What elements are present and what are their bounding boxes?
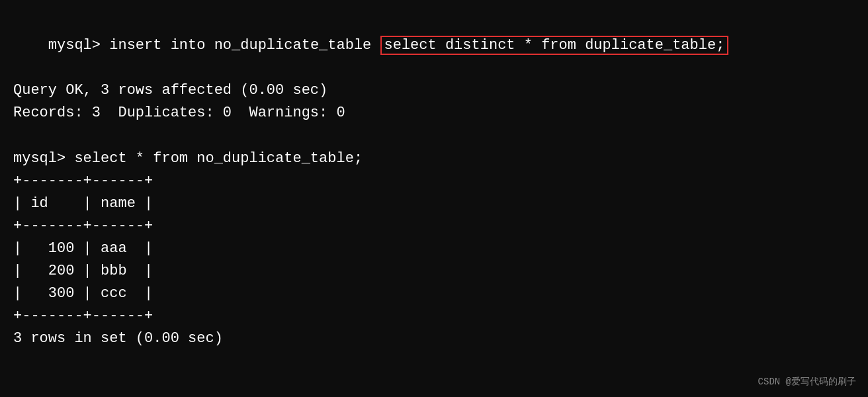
table-header-row: | id | name | <box>13 193 855 215</box>
final-prompt-line: mysql> <box>13 373 855 398</box>
table-row-2: | 200 | bbb | <box>13 260 855 283</box>
blank-line-2 <box>13 350 855 373</box>
table-row-1: | 100 | aaa | <box>13 238 855 260</box>
select-command-line: mysql> select * from no_duplicate_table; <box>13 148 855 170</box>
rows-in-set-line: 3 rows in set (0.00 sec) <box>13 328 855 350</box>
table-border-mid: +-------+------+ <box>13 215 855 238</box>
command-line-1: mysql> insert into no_duplicate_table se… <box>13 12 855 79</box>
records-line: Records: 3 Duplicates: 0 Warnings: 0 <box>13 102 855 124</box>
cmd1-highlighted: select distinct * from duplicate_table; <box>380 36 729 55</box>
query-ok-line: Query OK, 3 rows affected (0.00 sec) <box>13 79 855 102</box>
watermark: CSDN @爱写代码的刷子 <box>758 376 856 388</box>
table-row-3: | 300 | ccc | <box>13 283 855 305</box>
terminal-window: mysql> insert into no_duplicate_table se… <box>0 0 868 397</box>
table-border-top: +-------+------+ <box>13 170 855 193</box>
blank-line-1 <box>13 124 855 147</box>
cmd1-prefix: mysql> insert into no_duplicate_table <box>48 37 380 54</box>
table-border-bottom: +-------+------+ <box>13 305 855 328</box>
